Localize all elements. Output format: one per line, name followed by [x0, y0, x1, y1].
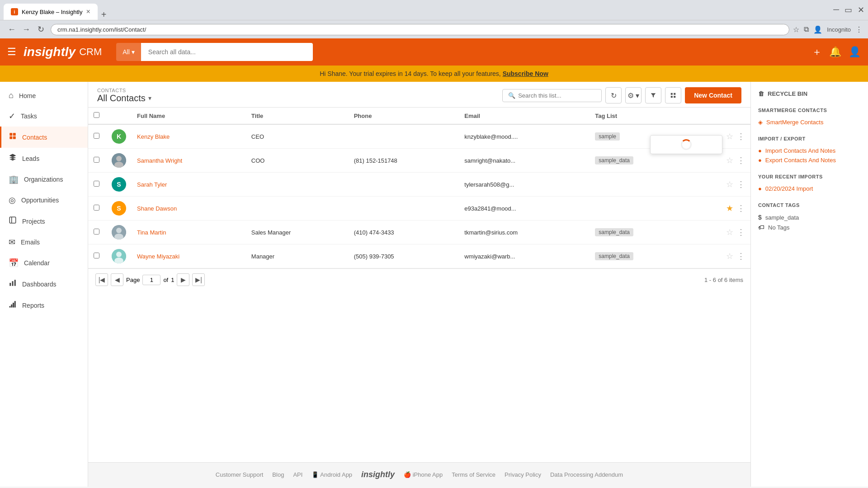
footer-link-privacy[interactable]: Privacy Policy [505, 471, 541, 478]
split-screen-icon[interactable]: ⧉ [804, 25, 809, 33]
title-sarah [246, 173, 349, 197]
notifications-icon[interactable]: 🔔 [829, 46, 841, 58]
hamburger-menu[interactable]: ☰ [7, 46, 16, 58]
global-search-input[interactable] [141, 43, 313, 61]
page-number-input[interactable] [142, 275, 160, 285]
first-page-button[interactable]: |◀ [95, 273, 108, 286]
phone-kenzy [349, 124, 459, 149]
user-avatar-icon[interactable]: 👤 [849, 46, 861, 58]
star-wayne[interactable]: ☆ [726, 251, 733, 261]
contact-name-samantha[interactable]: Samantha Wright [137, 157, 182, 164]
next-page-button[interactable]: ▶ [177, 273, 189, 286]
refresh-button[interactable]: ↻ [34, 23, 47, 36]
search-list-input[interactable] [518, 92, 596, 99]
sidebar-item-leads[interactable]: Leads [0, 148, 88, 169]
forward-button[interactable]: → [20, 23, 33, 36]
sidebar-item-tasks[interactable]: ✓ Tasks [0, 106, 88, 127]
footer-link-terms[interactable]: Terms of Service [452, 471, 495, 478]
browser-chrome: i Kenzy Blake – Insightly × + ─ ▭ ✕ [0, 0, 868, 20]
row-checkbox-2[interactable] [94, 157, 99, 163]
footer-link-iphone[interactable]: 🍎 iPhone App [404, 471, 443, 478]
sidebar-item-reports[interactable]: Reports [0, 295, 88, 316]
svg-point-21 [116, 228, 122, 233]
more-sarah[interactable]: ⋮ [737, 179, 745, 189]
nav-buttons: ← → ↻ [5, 23, 47, 36]
more-wayne[interactable]: ⋮ [737, 251, 745, 261]
sidebar-item-dashboards[interactable]: Dashboards [0, 273, 88, 295]
recent-import-link[interactable]: ● 02/20/2024 Import [758, 184, 861, 193]
total-pages: 1 [171, 277, 174, 283]
close-window-button[interactable]: ✕ [858, 5, 864, 15]
tag-sample-data-icon: $ [758, 214, 762, 221]
refresh-list-button[interactable]: ↻ [605, 87, 622, 103]
no-tags-item[interactable]: 🏷 No Tags [758, 222, 861, 232]
new-tab-button[interactable]: + [99, 9, 109, 20]
sidebar-item-projects[interactable]: Projects [0, 211, 88, 232]
star-kenzy[interactable]: ☆ [726, 131, 733, 141]
footer-link-data[interactable]: Data Processing Addendum [550, 471, 623, 478]
search-filter-button[interactable]: All ▾ [116, 43, 141, 61]
filter-button[interactable] [645, 87, 661, 103]
footer-link-android[interactable]: 📱 Android App [311, 471, 352, 478]
profile-icon[interactable]: 👤 [813, 25, 822, 34]
contacts-table: Full Name Title Phone Email Tag List K [88, 108, 750, 268]
add-icon[interactable]: ＋ [812, 45, 822, 59]
settings-button[interactable]: ⚙ ▾ [625, 87, 642, 103]
tab-close-button[interactable]: × [86, 8, 90, 15]
svg-rect-16 [674, 96, 675, 98]
more-samantha[interactable]: ⋮ [737, 155, 745, 165]
row-checkbox-3[interactable] [94, 181, 99, 187]
contact-name-wayne[interactable]: Wayne Miyazaki [137, 253, 179, 260]
back-button[interactable]: ← [5, 23, 18, 36]
star-sarah[interactable]: ☆ [726, 179, 733, 189]
contact-name-sarah[interactable]: Sarah Tyler [137, 181, 167, 188]
star-samantha[interactable]: ☆ [726, 155, 733, 165]
footer-link-blog[interactable]: Blog [272, 471, 284, 478]
smartmerge-contacts-link[interactable]: ◈ SmartMerge Contacts [758, 117, 861, 127]
sidebar-item-calendar[interactable]: 📅 Calendar [0, 253, 88, 273]
more-tina[interactable]: ⋮ [737, 227, 745, 237]
contact-name-kenzy[interactable]: Kenzy Blake [137, 133, 170, 140]
row-checkbox-5[interactable] [94, 229, 99, 235]
row-checkbox-4[interactable] [94, 205, 99, 211]
star-tina[interactable]: ☆ [726, 227, 733, 237]
contacts-list-dropdown[interactable]: All Contacts ▾ [97, 93, 151, 103]
sidebar-item-home[interactable]: ⌂ Home [0, 85, 88, 106]
contact-name-shane[interactable]: Shane Dawson [137, 205, 177, 212]
sidebar-item-contacts[interactable]: Contacts [0, 127, 88, 148]
select-all-checkbox[interactable] [94, 112, 99, 118]
row-checkbox-1[interactable] [94, 133, 99, 139]
prev-page-button[interactable]: ◀ [111, 273, 123, 286]
star-shane[interactable]: ★ [726, 203, 733, 213]
contact-tags-title: CONTACT TAGS [758, 202, 861, 208]
import-icon: ● [758, 147, 762, 154]
subscribe-link[interactable]: Subscribe Now [503, 70, 548, 77]
menu-icon[interactable]: ⋮ [855, 25, 863, 34]
footer-link-api[interactable]: API [293, 471, 302, 478]
title-kenzy: CEO [246, 124, 349, 149]
recycle-bin-link[interactable]: 🗑 RECYCLE BIN [758, 89, 861, 99]
more-shane[interactable]: ⋮ [737, 203, 745, 213]
footer-link-support[interactable]: Customer Support [216, 471, 264, 478]
browser-tab-active[interactable]: i Kenzy Blake – Insightly × [4, 4, 98, 20]
more-kenzy[interactable]: ⋮ [737, 131, 745, 141]
sidebar-label-opportunities: Opportunities [21, 197, 59, 204]
export-icon: ● [758, 157, 762, 164]
new-contact-button[interactable]: New Contact [685, 87, 741, 103]
sidebar-item-organizations[interactable]: 🏢 Organizations [0, 169, 88, 190]
maximize-button[interactable]: ▭ [844, 5, 852, 15]
bookmark-icon[interactable]: ☆ [793, 25, 799, 34]
sidebar-item-opportunities[interactable]: ◎ Opportunities [0, 190, 88, 211]
last-page-button[interactable]: ▶| [192, 273, 205, 286]
avatar-shane: S [112, 201, 126, 216]
sidebar-item-emails[interactable]: ✉ Emails [0, 232, 88, 253]
phone-header: Phone [349, 108, 459, 124]
view-toggle-button[interactable] [665, 87, 681, 103]
address-input[interactable] [51, 24, 789, 35]
import-contacts-link[interactable]: ● Import Contacts And Notes [758, 146, 861, 155]
row-checkbox-6[interactable] [94, 253, 99, 258]
tag-sample-data-item[interactable]: $ sample_data [758, 212, 861, 222]
minimize-button[interactable]: ─ [833, 5, 839, 15]
export-contacts-link[interactable]: ● Export Contacts And Notes [758, 155, 861, 165]
contact-name-tina[interactable]: Tina Martin [137, 229, 166, 236]
